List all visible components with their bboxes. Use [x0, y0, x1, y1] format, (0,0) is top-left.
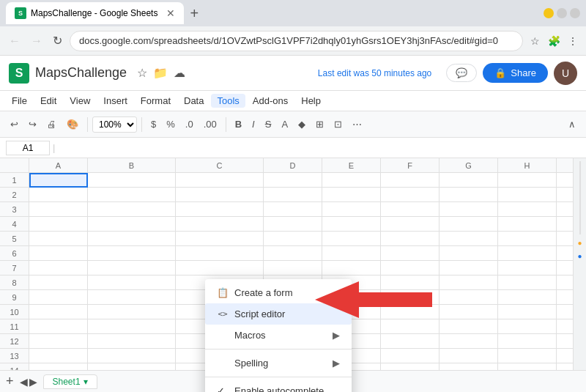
- last-edit-link[interactable]: Last edit was 50 minutes ago: [318, 68, 431, 78]
- cell-B12[interactable]: [88, 334, 176, 349]
- cell-G5[interactable]: [440, 232, 498, 246]
- cell-A13[interactable]: [29, 349, 88, 363]
- cell-H1[interactable]: [498, 173, 557, 188]
- cell-F8[interactable]: [381, 275, 440, 290]
- cell-G1[interactable]: [440, 173, 498, 188]
- cell-H9[interactable]: [498, 290, 557, 305]
- cell-I7[interactable]: [557, 261, 573, 275]
- cell-B3[interactable]: [88, 202, 176, 217]
- cell-H7[interactable]: [498, 261, 557, 275]
- cell-I11[interactable]: [557, 319, 573, 334]
- font-color-button[interactable]: A: [277, 116, 292, 133]
- cell-D5[interactable]: [264, 232, 322, 246]
- fill-color-button[interactable]: ◆: [294, 116, 310, 133]
- menu-item-enable-autocomplete[interactable]: ✓ Enable autocomplete: [205, 380, 352, 392]
- menu-item-script-editor[interactable]: <> Script editor: [205, 303, 352, 325]
- cell-F12[interactable]: [381, 334, 440, 349]
- cell-F5[interactable]: [381, 232, 440, 246]
- cell-I1[interactable]: [557, 173, 573, 188]
- extensions-icon[interactable]: 🧩: [546, 34, 561, 48]
- add-sheet-button[interactable]: +: [6, 374, 14, 389]
- menu-insert[interactable]: Insert: [97, 94, 133, 108]
- cell-C7[interactable]: [176, 261, 264, 275]
- cell-C5[interactable]: [176, 232, 264, 246]
- cell-D2[interactable]: [264, 188, 322, 202]
- cell-G13[interactable]: [440, 349, 498, 363]
- back-button[interactable]: ←: [6, 32, 23, 51]
- cell-D4[interactable]: [264, 217, 322, 232]
- cell-H14[interactable]: [498, 363, 557, 370]
- col-header-g[interactable]: G: [440, 158, 498, 172]
- print-button[interactable]: 🖨: [42, 116, 61, 133]
- sidebar-icon-1[interactable]: ●: [575, 237, 585, 248]
- sheet-nav-right-button[interactable]: ▶: [29, 376, 37, 388]
- tab-close-button[interactable]: ✕: [166, 7, 175, 19]
- cell-E2[interactable]: [322, 188, 381, 202]
- decimal-inc-button[interactable]: .00: [199, 116, 221, 133]
- cell-F9[interactable]: [381, 290, 440, 305]
- cell-C6[interactable]: [176, 246, 264, 261]
- cell-I13[interactable]: [557, 349, 573, 363]
- cell-A4[interactable]: [29, 217, 88, 232]
- cell-A14[interactable]: [29, 363, 88, 370]
- bold-button[interactable]: B: [231, 116, 246, 133]
- strikethrough-button[interactable]: S: [261, 116, 276, 133]
- cell-F1[interactable]: [381, 173, 440, 188]
- cell-F6[interactable]: [381, 246, 440, 261]
- cell-A1[interactable]: [29, 173, 88, 188]
- browser-tab[interactable]: S MapsChallenge - Google Sheets ✕: [6, 2, 184, 24]
- col-header-b[interactable]: B: [88, 158, 176, 172]
- cell-A7[interactable]: [29, 261, 88, 275]
- cell-H3[interactable]: [498, 202, 557, 217]
- cell-D6[interactable]: [264, 246, 322, 261]
- menu-addons[interactable]: Add-ons: [247, 94, 294, 108]
- cell-B9[interactable]: [88, 290, 176, 305]
- cell-A2[interactable]: [29, 188, 88, 202]
- cell-I10[interactable]: [557, 305, 573, 319]
- cell-H2[interactable]: [498, 188, 557, 202]
- cell-E5[interactable]: [322, 232, 381, 246]
- cell-G11[interactable]: [440, 319, 498, 334]
- cell-I2[interactable]: [557, 188, 573, 202]
- sidebar-icon-2[interactable]: ●: [575, 251, 585, 261]
- star-button[interactable]: ☆: [136, 64, 149, 81]
- cell-B4[interactable]: [88, 217, 176, 232]
- cell-G12[interactable]: [440, 334, 498, 349]
- cell-C3[interactable]: [176, 202, 264, 217]
- cell-H11[interactable]: [498, 319, 557, 334]
- cell-I12[interactable]: [557, 334, 573, 349]
- window-maximize-button[interactable]: [557, 8, 567, 18]
- cell-A5[interactable]: [29, 232, 88, 246]
- cell-H4[interactable]: [498, 217, 557, 232]
- menu-help[interactable]: Help: [295, 94, 327, 108]
- more-toolbar-button[interactable]: ⋯: [348, 116, 366, 133]
- sheet-tab-sheet1[interactable]: Sheet1 ▾: [43, 374, 97, 389]
- cell-I14[interactable]: [557, 363, 573, 370]
- menu-item-create-form[interactable]: 📋 Create a form: [205, 282, 352, 303]
- cell-G6[interactable]: [440, 246, 498, 261]
- cell-G2[interactable]: [440, 188, 498, 202]
- italic-button[interactable]: I: [248, 116, 259, 133]
- col-header-c[interactable]: C: [176, 158, 264, 172]
- cell-D3[interactable]: [264, 202, 322, 217]
- move-button[interactable]: 📁: [152, 64, 169, 81]
- undo-button[interactable]: ↩: [6, 116, 23, 133]
- comments-button[interactable]: 💬: [446, 64, 477, 82]
- menu-format[interactable]: Format: [135, 94, 177, 108]
- menu-file[interactable]: File: [6, 94, 33, 108]
- formula-input[interactable]: [58, 141, 580, 155]
- cell-B1[interactable]: [88, 173, 176, 188]
- menu-edit[interactable]: Edit: [34, 94, 62, 108]
- cell-E1[interactable]: [322, 173, 381, 188]
- percent-button[interactable]: %: [162, 116, 179, 133]
- cell-B13[interactable]: [88, 349, 176, 363]
- zoom-select[interactable]: 100%: [92, 117, 137, 133]
- redo-button[interactable]: ↪: [24, 116, 41, 133]
- share-button[interactable]: 🔒 Share: [483, 63, 548, 83]
- address-input[interactable]: [70, 31, 523, 51]
- col-header-h[interactable]: H: [498, 158, 557, 172]
- col-header-f[interactable]: F: [381, 158, 440, 172]
- currency-button[interactable]: $: [146, 116, 160, 133]
- cell-H10[interactable]: [498, 305, 557, 319]
- cell-A12[interactable]: [29, 334, 88, 349]
